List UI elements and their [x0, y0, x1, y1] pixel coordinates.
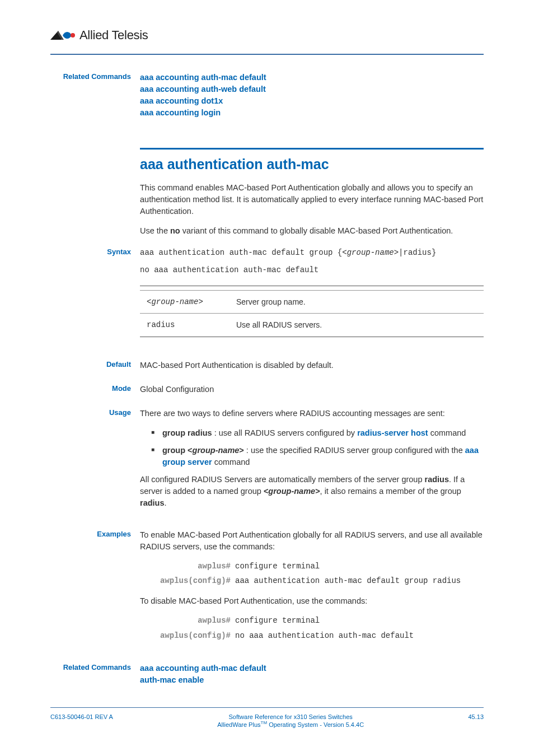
page-footer: C613-50046-01 REV A Software Reference f…	[50, 707, 484, 728]
cli-row: awplus# configure terminal	[140, 561, 484, 572]
list-item: group <group-name> : use the specified R…	[151, 445, 484, 468]
default-section: Default MAC-based Port Authentication is…	[50, 360, 484, 371]
link-auth-mac-enable[interactable]: auth-mac enable	[140, 674, 484, 686]
section-label: Mode	[50, 384, 140, 395]
link-aaa-accounting-auth-mac-default[interactable]: aaa accounting auth-mac default	[140, 72, 484, 83]
cli-command: configure terminal	[235, 615, 484, 626]
cli-prompt: awplus(config)#	[140, 575, 235, 586]
section-label: Related Commands	[50, 662, 140, 686]
examples-section: Examples To enable MAC-based Port Authen…	[50, 529, 484, 650]
param-desc: Server group name.	[229, 290, 484, 313]
section-label: Related Commands	[50, 72, 140, 119]
mode-text: Global Configuration	[140, 384, 484, 395]
link-aaa-accounting-dot1x[interactable]: aaa accounting dot1x	[140, 95, 484, 107]
cli-row: awplus(config)# no aaa authentication au…	[140, 630, 484, 641]
footer-center: Software Reference for x310 Series Switc…	[113, 713, 469, 728]
cli-prompt: awplus(config)#	[140, 630, 235, 641]
cli-row: awplus(config)# aaa authentication auth-…	[140, 575, 484, 586]
table-row: radius Use all RADIUS servers.	[140, 314, 484, 337]
footer-doc-id: C613-50046-01 REV A	[50, 713, 113, 720]
table-row: <group-name> Server group name.	[140, 290, 484, 313]
svg-point-2	[71, 33, 75, 38]
param-name: radius	[140, 314, 229, 337]
cli-block-2: awplus# configure terminal awplus(config…	[140, 615, 484, 641]
related-commands-top: Related Commands aaa accounting auth-mac…	[50, 72, 484, 119]
section-label: Examples	[50, 529, 140, 650]
cli-prompt: awplus#	[140, 615, 235, 626]
usage-list: group radius : use all RADIUS servers co…	[140, 427, 484, 468]
param-name: <group-name>	[140, 290, 229, 313]
link-aaa-accounting-auth-mac-default[interactable]: aaa accounting auth-mac default	[140, 662, 484, 674]
section-label: Usage	[50, 408, 140, 517]
cli-prompt: awplus#	[140, 561, 235, 572]
list-item: group radius : use all RADIUS servers co…	[151, 427, 484, 439]
intro-para-2: Use the no variant of this command to gl…	[140, 225, 484, 237]
section-label: Default	[50, 360, 140, 371]
command-section: aaa authentication auth-mac This command…	[50, 131, 484, 245]
usage-para-2: All configured RADIUS Servers are automa…	[140, 474, 484, 509]
cli-command: aaa authentication auth-mac default grou…	[235, 575, 484, 586]
footer-page-number: 45.13	[468, 713, 484, 720]
intro-para-1: This command enables MAC-based Port Auth…	[140, 182, 484, 217]
link-radius-server-host[interactable]: radius-server host	[357, 428, 428, 437]
brand-name: Allied Telesis	[79, 28, 148, 43]
default-text: MAC-based Port Authentication is disable…	[140, 360, 484, 371]
example-para-1: To enable MAC-based Port Authentication …	[140, 529, 484, 553]
brand-logo: Allied Telesis	[50, 28, 484, 43]
footer-title: Software Reference for x310 Series Switc…	[113, 713, 469, 720]
mode-section: Mode Global Configuration	[50, 384, 484, 395]
section-label: Syntax	[50, 247, 140, 347]
cli-command: configure terminal	[235, 561, 484, 572]
usage-section: Usage There are two ways to define serve…	[50, 408, 484, 517]
page-header: Allied Telesis	[50, 28, 484, 55]
syntax-line-2: no aaa authentication auth-mac default	[140, 264, 484, 276]
cli-block-1: awplus# configure terminal awplus(config…	[140, 561, 484, 587]
param-desc: Use all RADIUS servers.	[229, 314, 484, 337]
related-commands-bottom: Related Commands aaa accounting auth-mac…	[50, 662, 484, 686]
logo-icon	[50, 30, 76, 41]
example-para-2: To disable MAC-based Port Authentication…	[140, 595, 484, 607]
link-aaa-accounting-login[interactable]: aaa accounting login	[140, 107, 484, 119]
cli-row: awplus# configure terminal	[140, 615, 484, 626]
syntax-line-1: aaa authentication auth-mac default grou…	[140, 247, 484, 258]
command-title: aaa authentication auth-mac	[140, 154, 484, 174]
footer-version: AlliedWare PlusTM Operating System - Ver…	[113, 720, 469, 728]
syntax-section: Syntax aaa authentication auth-mac defau…	[50, 247, 484, 347]
cli-command: no aaa authentication auth-mac default	[235, 630, 484, 641]
usage-intro: There are two ways to define servers whe…	[140, 408, 484, 419]
section-rule	[140, 148, 484, 150]
parameter-table: <group-name> Server group name. radius U…	[140, 286, 484, 337]
link-aaa-accounting-auth-web-default[interactable]: aaa accounting auth-web default	[140, 83, 484, 95]
